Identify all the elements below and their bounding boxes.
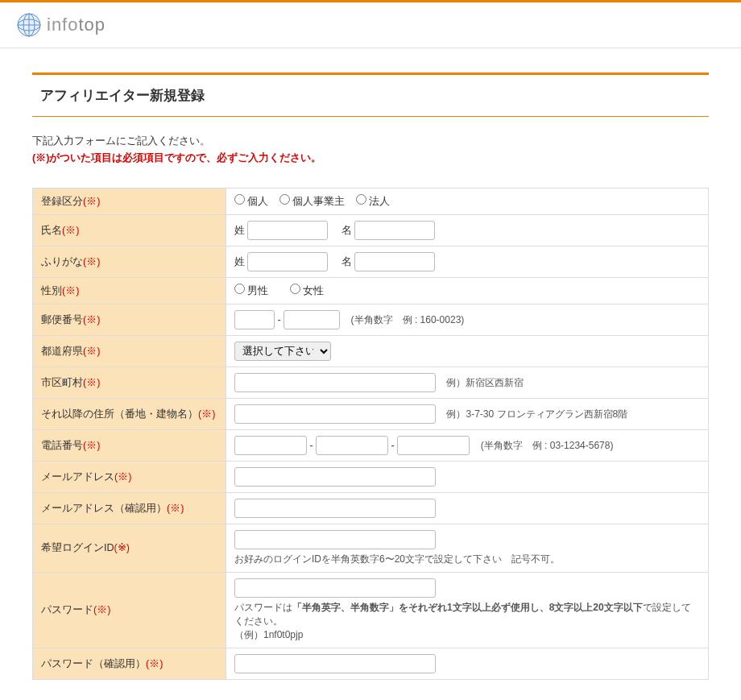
title-bar: アフィリエイター新規登録 [32,72,709,117]
logo: infotop [16,12,725,38]
password-input[interactable] [234,578,436,598]
radio-female[interactable]: 女性 [290,285,324,296]
postal1-input[interactable] [234,310,275,329]
firstname-input[interactable] [354,221,435,240]
address-hint: 例）3-7-30 フロンティアグラン西新宿8階 [446,408,627,420]
lastname-input[interactable] [247,221,328,240]
label-gender: 性別(※) [33,278,226,304]
lastname-kana-input[interactable] [247,252,328,271]
label-furigana: ふりがな(※) [33,246,226,278]
label-category: 登録区分(※) [33,188,226,215]
label-postal: 郵便番号(※) [33,304,226,336]
radio-corporation[interactable]: 法人 [356,196,390,207]
globe-icon [16,12,42,38]
password-confirm-input[interactable] [234,654,436,673]
radio-sole-proprietor[interactable]: 個人事業主 [279,196,345,207]
phone1-input[interactable] [234,436,307,455]
header: infotop [0,2,741,48]
label-pref: 都道府県(※) [33,336,226,367]
label-address: それ以降の住所（番地・建物名）(※) [33,399,226,430]
label-password: パスワード(※) [33,573,226,648]
postal2-input[interactable] [284,310,340,329]
registration-form: 登録区分(※) 個人 個人事業主 法人 氏名(※) 姓 名 ふりがな(※) 姓 … [32,188,709,680]
intro-required: (※)がついた項目は必須項目ですので、必ずご入力ください。 [32,151,709,165]
radio-individual[interactable]: 個人 [234,196,268,207]
label-city: 市区町村(※) [33,367,226,399]
label-phone: 電話番号(※) [33,430,226,462]
phone3-input[interactable] [397,436,470,455]
password-hint: パスワードは「半角英字、半角数字」をそれぞれ1文字以上必ず使用し、8文字以上20… [234,601,700,642]
phone-hint: (半角数字 例 : 03-1234-5678) [481,440,614,451]
label-login-id: 希望ログインID(※) [33,524,226,573]
email-confirm-input[interactable] [234,499,436,518]
login-id-input[interactable] [234,530,436,549]
radio-male[interactable]: 男性 [234,285,268,296]
address-input[interactable] [234,404,436,424]
email-input[interactable] [234,467,436,487]
prefecture-select[interactable]: 選択して下さい [234,342,331,361]
page-title: アフィリエイター新規登録 [40,86,701,105]
postal-hint: (半角数字 例 : 160-0023) [351,314,465,325]
phone2-input[interactable] [316,436,388,455]
svg-point-5 [18,14,40,36]
firstname-kana-input[interactable] [354,252,435,271]
city-input[interactable] [234,373,436,392]
label-password-confirm: パスワード（確認用）(※) [33,648,226,680]
main-container: アフィリエイター新規登録 下記入力フォームにご記入ください。 (※)がついた項目… [16,48,725,700]
city-hint: 例）新宿区西新宿 [446,377,524,388]
intro-text: 下記入力フォームにご記入ください。 [32,135,709,148]
label-email-confirm: メールアドレス（確認用）(※) [33,493,226,524]
gender-radios: 男性 女性 [234,285,332,296]
category-radios: 個人 個人事業主 法人 [234,196,398,207]
label-name: 氏名(※) [33,215,226,246]
login-id-hint: お好みのログインIDを半角英数字6〜20文字で設定して下さい 記号不可。 [234,553,700,566]
logo-text: infotop [47,14,106,35]
label-email: メールアドレス(※) [33,462,226,493]
